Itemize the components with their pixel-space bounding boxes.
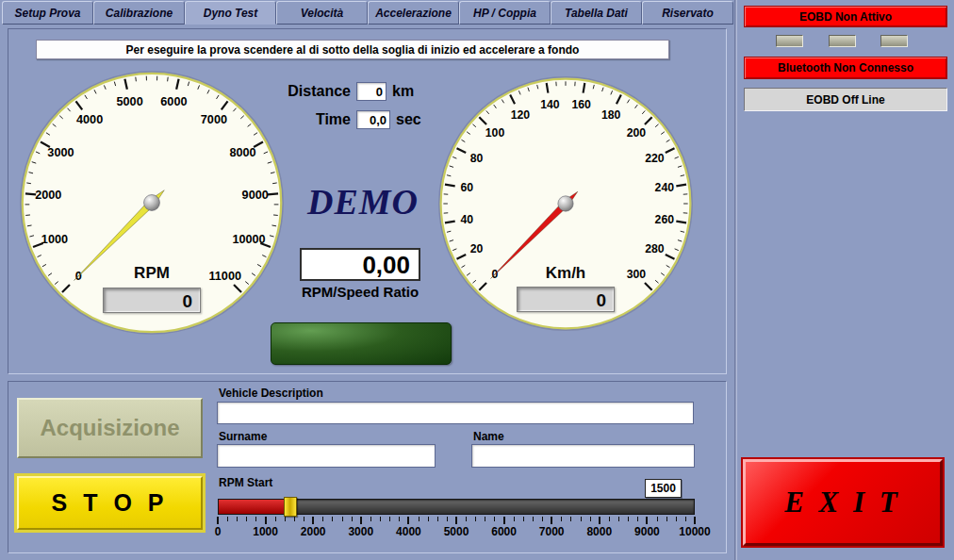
- gauge-hub: [558, 196, 573, 211]
- rpm-scale-label: 4000: [396, 525, 421, 538]
- surname-label: Surname: [219, 430, 267, 443]
- svg-text:3000: 3000: [47, 146, 74, 159]
- surname-input[interactable]: [217, 444, 436, 468]
- rpm-speed-ratio-label: RPM/Speed Ratio: [281, 284, 439, 300]
- slider-scale-labels: 0100020003000400050006000700080009000100…: [218, 525, 695, 539]
- vehicle-description-input[interactable]: [217, 402, 694, 424]
- svg-text:60: 60: [460, 181, 473, 194]
- svg-text:260: 260: [655, 213, 675, 226]
- rpm-scale-label: 2000: [301, 525, 326, 538]
- eobd-line-status: EOBD Off Line: [744, 88, 947, 111]
- rpm-gauge: 0100020003000400050006000700080009000100…: [19, 70, 285, 336]
- svg-text:5000: 5000: [116, 95, 142, 108]
- rpm-scale-label: 7000: [539, 525, 565, 538]
- tab-calibrazione[interactable]: Calibrazione: [93, 1, 185, 25]
- name-input[interactable]: [471, 444, 695, 468]
- acquisizione-button[interactable]: Acquisizione: [17, 398, 203, 458]
- rpm-scale-label: 9000: [634, 525, 660, 538]
- bluetooth-status-banner: Bluetooth Non Connesso: [744, 57, 947, 79]
- svg-text:10000: 10000: [232, 233, 265, 246]
- svg-text:100: 100: [485, 126, 505, 140]
- svg-text:20: 20: [470, 242, 484, 255]
- svg-text:7000: 7000: [201, 113, 227, 126]
- demo-mode-label: DEMO: [292, 181, 434, 222]
- svg-text:6000: 6000: [160, 95, 187, 108]
- tab-hp-coppia[interactable]: HP / Coppia: [459, 1, 551, 25]
- rpm-scale-label: 6000: [491, 525, 517, 538]
- speed-readout: 0: [517, 287, 615, 312]
- distance-label: Distance: [273, 83, 351, 100]
- rpm-speed-ratio-readout: 0,00: [300, 248, 420, 281]
- slider-handle[interactable]: [284, 497, 297, 517]
- svg-text:40: 40: [460, 213, 473, 226]
- rpm-start-value-box[interactable]: 1500: [645, 479, 682, 498]
- exit-button[interactable]: E X I T: [743, 459, 943, 546]
- svg-text:280: 280: [645, 242, 665, 255]
- status-indicator-lamp: [271, 322, 452, 365]
- rpm-scale-label: 0: [215, 525, 222, 538]
- status-led-row: [776, 35, 908, 47]
- rpm-gauge-label: RPM: [19, 264, 285, 283]
- rpm-readout: 0: [103, 288, 201, 313]
- status-led-2: [829, 35, 856, 47]
- panel-divider: [734, 0, 737, 560]
- dyno-app-window: Setup Prova Calibrazione Dyno Test Veloc…: [0, 0, 954, 560]
- svg-text:80: 80: [470, 152, 484, 165]
- time-row: Time sec: [273, 110, 421, 129]
- slider-scale-ticks: [218, 517, 695, 524]
- svg-text:1000: 1000: [41, 233, 68, 246]
- slider-fill: [219, 500, 290, 514]
- rpm-scale-label: 8000: [586, 525, 612, 538]
- svg-text:140: 140: [540, 98, 560, 111]
- tab-bar: Setup Prova Calibrazione Dyno Test Veloc…: [2, 1, 733, 25]
- name-label: Name: [473, 430, 504, 443]
- gauge-hub: [144, 195, 160, 211]
- tab-setup-prova[interactable]: Setup Prova: [2, 1, 93, 25]
- time-label: Time: [273, 111, 351, 128]
- svg-text:180: 180: [601, 108, 621, 122]
- speed-gauge-label: Km/h: [437, 264, 694, 283]
- svg-text:200: 200: [627, 126, 647, 140]
- distance-unit: km: [392, 83, 414, 100]
- rpm-scale-label: 5000: [444, 525, 469, 538]
- status-led-1: [776, 35, 803, 47]
- svg-text:240: 240: [655, 181, 675, 194]
- svg-text:120: 120: [511, 108, 531, 122]
- status-led-3: [880, 35, 908, 47]
- rpm-scale-label: 10000: [679, 525, 710, 538]
- svg-text:8000: 8000: [229, 146, 255, 159]
- instruction-banner: Per eseguire la prova scendere al di sot…: [36, 40, 669, 59]
- tab-riservato[interactable]: Riservato: [642, 1, 733, 25]
- eobd-status-banner: EOBD Non Attivo: [744, 6, 947, 27]
- vehicle-description-label: Vehicle Description: [219, 387, 323, 400]
- rpm-scale-label: 1000: [253, 525, 278, 538]
- tab-tabella-dati[interactable]: Tabella Dati: [551, 1, 642, 25]
- stop-button[interactable]: S T O P: [17, 476, 203, 530]
- svg-text:220: 220: [645, 152, 665, 165]
- tab-dyno-test[interactable]: Dyno Test: [185, 1, 276, 25]
- svg-text:9000: 9000: [242, 189, 269, 202]
- svg-text:4000: 4000: [76, 113, 103, 126]
- tab-accelerazione[interactable]: Accelerazione: [368, 1, 459, 25]
- svg-text:160: 160: [571, 98, 591, 111]
- time-input[interactable]: [356, 110, 390, 129]
- distance-row: Distance km: [273, 82, 414, 101]
- svg-text:2000: 2000: [35, 189, 61, 202]
- tab-velocita[interactable]: Velocità: [276, 1, 368, 25]
- rpm-start-label: RPM Start: [219, 476, 272, 489]
- rpm-scale-label: 3000: [348, 525, 373, 538]
- time-unit: sec: [396, 111, 421, 128]
- rpm-start-slider[interactable]: [218, 499, 695, 515]
- speed-gauge: 0204060801001201401601802002202402602803…: [437, 75, 694, 332]
- distance-input[interactable]: [356, 82, 387, 101]
